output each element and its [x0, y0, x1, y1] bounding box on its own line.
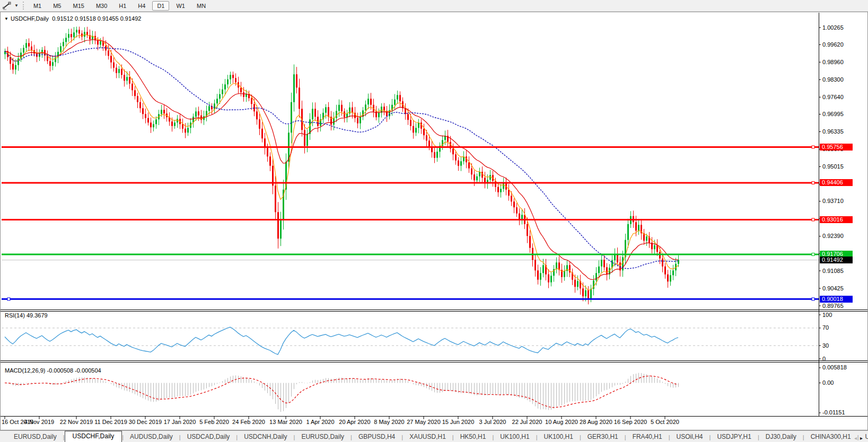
- symbol-tab-usdcad-daily[interactable]: USDCAD,Daily: [181, 431, 236, 442]
- price-axis-tick: 0.98300: [822, 76, 844, 83]
- price-axis-tick: 0.96335: [822, 128, 844, 135]
- date-axis-tick: 30 Dec 2019: [129, 419, 162, 425]
- chart-header: ▼USDCHF,Daily 0.91512 0.91518 0.91455 0.…: [4, 15, 141, 22]
- symbol-tab-china300-h1[interactable]: CHINA300,H1: [804, 431, 857, 442]
- symbol-tabbar: EURUSD,Daily|USDCHF,Daily|AUDUSD,Daily|U…: [0, 430, 868, 442]
- symbol-tab-eurusd-daily[interactable]: EURUSD,Daily: [7, 431, 63, 442]
- timeframe-button-w1[interactable]: W1: [171, 1, 190, 11]
- date-axis-tick: 22 Nov 2019: [60, 419, 93, 425]
- timeframe-button-h4[interactable]: H4: [133, 1, 150, 11]
- hline-anchor: [812, 181, 814, 184]
- date-axis-tick: 4 Nov 2019: [24, 419, 54, 425]
- hline-anchor: [812, 218, 814, 221]
- timeframe-button-m30[interactable]: M30: [91, 1, 112, 11]
- hline-anchor: [812, 298, 814, 300]
- price-axis-tick: 0.89765: [822, 303, 844, 309]
- date-axis-tick: 16 Sep 2020: [614, 419, 647, 425]
- price-axis-tick: 0.97640: [822, 94, 844, 100]
- hline-price-label-0.95756: 0.95756: [820, 144, 853, 151]
- macd-axis-tick: -0.01151: [822, 409, 845, 416]
- date-axis-tick: 3 Jul 2020: [479, 419, 506, 425]
- chart-draw-tool-icon: [2, 2, 13, 10]
- price-axis-tick: 0.93710: [822, 198, 844, 204]
- rsi-axis-tick: 100: [822, 312, 832, 318]
- symbol-tab-xauusd-h1[interactable]: XAUUSD,H1: [403, 431, 452, 442]
- tab-scroll-right-icon[interactable]: ▸: [860, 435, 866, 441]
- chart-tool-button[interactable]: ▼: [0, 0, 21, 11]
- date-axis-tick: 20 Apr 2020: [339, 419, 370, 425]
- date-axis-tick: 24 Feb 2020: [232, 419, 265, 425]
- symbol-tab-hk50-h1[interactable]: HK50,H1: [454, 431, 493, 442]
- symbol-tab-uk100-h1[interactable]: UK100,H1: [538, 431, 580, 442]
- timeframe-button-m5[interactable]: M5: [48, 1, 66, 11]
- symbol-tab-audusd-daily[interactable]: AUDUSD,Daily: [124, 431, 179, 442]
- hline-anchor: [7, 298, 10, 300]
- tab-scroll-buttons: ◂▸: [854, 435, 866, 441]
- symbol-tab-gbpusd-h4[interactable]: GBPUSD,H4: [352, 431, 401, 442]
- price-axis-tick: 0.95015: [822, 163, 844, 170]
- date-axis-tick: 5 Oct 2020: [651, 419, 679, 425]
- date-axis-tick: 15 Jun 2020: [442, 419, 475, 425]
- chart-ohlc-values: 0.91512 0.91518 0.91455 0.91492: [52, 15, 141, 22]
- price-axis-tick: 0.91085: [822, 268, 844, 274]
- price-axis-tick: 0.96995: [822, 111, 844, 117]
- symbol-tab-uk100-h1[interactable]: UK100,H1: [494, 431, 536, 442]
- timeframe-toolbar: ▼ M1M5M15M30H1H4D1W1MN: [0, 0, 868, 12]
- rsi-axis-tick: 30: [822, 342, 829, 349]
- timeframe-button-m15[interactable]: M15: [68, 1, 89, 11]
- hline-anchor: [812, 146, 814, 148]
- hline-price-label-0.90018: 0.90018: [820, 296, 853, 303]
- chart-canvas[interactable]: [0, 12, 868, 430]
- toolbar-grip-handle[interactable]: [23, 2, 24, 10]
- current-price-label: 0.91492: [820, 257, 853, 263]
- symbol-tab-ger30-h1[interactable]: GER30,H1: [581, 431, 625, 442]
- timeframe-button-mn[interactable]: MN: [192, 1, 211, 11]
- hline-price-label-0.94406: 0.94406: [820, 179, 853, 186]
- macd-header: MACD(12,26,9) -0.000508 -0.000504: [5, 367, 101, 374]
- hline-anchor: [812, 253, 814, 255]
- date-axis-tick: 8 May 2020: [374, 419, 404, 425]
- price-axis-tick: 0.90425: [822, 285, 844, 291]
- price-axis-tick: 0.92390: [822, 233, 844, 239]
- symbol-tab-usdcnh-daily[interactable]: USDCNH,Daily: [238, 431, 293, 442]
- date-axis-tick: 5 Feb 2020: [199, 419, 229, 425]
- price-axis-tick: 1.00265: [822, 24, 844, 31]
- chart-symbol-label: USDCHF,Daily: [11, 15, 49, 22]
- date-axis-tick: 13 Mar 2020: [269, 419, 302, 425]
- rsi-header: RSI(14) 49.3679: [5, 312, 48, 319]
- date-axis-tick: 17 Jan 2020: [164, 419, 196, 425]
- date-axis-tick: 22 Jul 2020: [512, 419, 542, 425]
- symbol-tab-dj30-daily[interactable]: DJ30,Daily: [759, 431, 803, 442]
- date-axis-tick: 11 Dec 2019: [94, 419, 127, 425]
- symbol-tab-fra40-h1[interactable]: FRA40,H1: [626, 431, 669, 442]
- chevron-down-icon: ▼: [14, 3, 19, 8]
- collapse-caret-icon: ▼: [4, 16, 8, 21]
- timeframe-button-m1[interactable]: M1: [29, 1, 46, 11]
- symbol-tab-usdchf-daily[interactable]: USDCHF,Daily: [65, 431, 122, 442]
- date-axis-tick: 1 Apr 2020: [306, 419, 334, 425]
- price-axis-tick: 0.99620: [822, 41, 844, 48]
- chart-window: ▼USDCHF,Daily 0.91512 0.91518 0.91455 0.…: [0, 12, 868, 430]
- symbol-tab-usdjpy-h1[interactable]: USDJPY,H1: [711, 431, 757, 442]
- timeframe-button-d1[interactable]: D1: [152, 1, 169, 11]
- date-axis-tick: 27 May 2020: [407, 419, 441, 425]
- timeframe-button-h1[interactable]: H1: [114, 1, 131, 11]
- hline-price-label-0.93016: 0.93016: [820, 216, 853, 223]
- trading-terminal: ▼ M1M5M15M30H1H4D1W1MN ▼USDCHF,Daily 0.9…: [0, 0, 868, 442]
- date-axis-tick: 10 Aug 2020: [545, 419, 578, 425]
- symbol-tab-usoil-h4[interactable]: USOil,H4: [670, 431, 709, 442]
- rsi-axis-tick: 0: [822, 356, 826, 362]
- rsi-axis-tick: 70: [822, 324, 829, 331]
- date-axis-tick: 28 Aug 2020: [580, 419, 612, 425]
- tab-scroll-left-icon[interactable]: ◂: [854, 435, 860, 441]
- price-axis-tick: 0.98960: [822, 59, 844, 65]
- macd-axis-tick: 0.005818: [822, 364, 847, 370]
- macd-axis-tick: 0.00: [822, 379, 834, 386]
- symbol-tab-eurusd-daily[interactable]: EURUSD,Daily: [295, 431, 350, 442]
